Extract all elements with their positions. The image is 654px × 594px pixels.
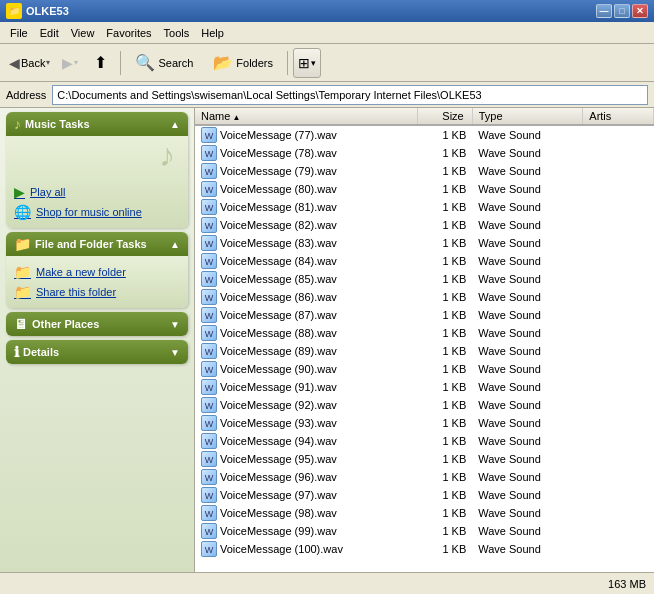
menu-help[interactable]: Help [195, 25, 230, 41]
close-button[interactable]: ✕ [632, 4, 648, 18]
table-row[interactable]: W VoiceMessage (100).wav 1 KBWave Sound [195, 540, 654, 558]
file-type-cell: Wave Sound [472, 468, 583, 486]
table-row[interactable]: W VoiceMessage (95).wav 1 KBWave Sound [195, 450, 654, 468]
wav-file-icon: W [201, 163, 217, 179]
menu-tools[interactable]: Tools [158, 25, 196, 41]
col-header-size[interactable]: Size [417, 108, 472, 125]
file-type-cell: Wave Sound [472, 162, 583, 180]
file-name-cell: W VoiceMessage (95).wav [195, 450, 417, 468]
main-area: ♪ Music Tasks ▲ ♪ ▶ Play all 🌐 Shop for … [0, 108, 654, 572]
other-places-chevron-icon: ▼ [170, 319, 180, 330]
window-title: OLKE53 [26, 5, 69, 17]
file-folder-tasks-section: 📁 File and Folder Tasks ▲ 📁 Make a new f… [6, 232, 188, 308]
other-places-header[interactable]: 🖥 Other Places ▼ [6, 312, 188, 336]
table-row[interactable]: W VoiceMessage (82).wav 1 KBWave Sound [195, 216, 654, 234]
wav-file-icon: W [201, 271, 217, 287]
file-name-cell: W VoiceMessage (81).wav [195, 198, 417, 216]
forward-arrow-icon: ▶ [62, 55, 73, 71]
wav-file-icon: W [201, 415, 217, 431]
play-all-label: Play all [30, 186, 65, 198]
table-row[interactable]: W VoiceMessage (83).wav 1 KBWave Sound [195, 234, 654, 252]
file-size-cell: 1 KB [417, 270, 472, 288]
file-name-cell: W VoiceMessage (92).wav [195, 396, 417, 414]
file-type-cell: Wave Sound [472, 324, 583, 342]
play-all-link[interactable]: ▶ Play all [14, 182, 180, 202]
music-tasks-header[interactable]: ♪ Music Tasks ▲ [6, 112, 188, 136]
minimize-button[interactable]: — [596, 4, 612, 18]
back-dropdown-icon[interactable]: ▾ [46, 58, 50, 67]
back-button[interactable]: ◀ Back ▾ [4, 48, 55, 78]
menu-view[interactable]: View [65, 25, 101, 41]
view-button[interactable]: ⊞ ▾ [293, 48, 321, 78]
shop-music-link[interactable]: 🌐 Shop for music online [14, 202, 180, 222]
file-list: Name Size Type Artis W VoiceMessage (77)… [195, 108, 654, 558]
file-name-cell: W VoiceMessage (100).wav [195, 540, 417, 558]
table-row[interactable]: W VoiceMessage (78).wav 1 KBWave Sound [195, 144, 654, 162]
col-header-type[interactable]: Type [472, 108, 583, 125]
wav-file-icon: W [201, 235, 217, 251]
toolbar-separator-1 [120, 51, 121, 75]
folders-icon: 📂 [213, 53, 233, 72]
file-artist-cell [583, 414, 654, 432]
forward-dropdown-icon[interactable]: ▾ [74, 58, 78, 67]
table-row[interactable]: W VoiceMessage (92).wav 1 KBWave Sound [195, 396, 654, 414]
file-artist-cell [583, 306, 654, 324]
table-row[interactable]: W VoiceMessage (86).wav 1 KBWave Sound [195, 288, 654, 306]
menu-file[interactable]: File [4, 25, 34, 41]
file-type-cell: Wave Sound [472, 180, 583, 198]
table-row[interactable]: W VoiceMessage (81).wav 1 KBWave Sound [195, 198, 654, 216]
file-type-cell: Wave Sound [472, 396, 583, 414]
up-button[interactable]: ⬆ [85, 48, 115, 78]
table-row[interactable]: W VoiceMessage (97).wav 1 KBWave Sound [195, 486, 654, 504]
new-folder-link[interactable]: 📁 Make a new folder [14, 262, 180, 282]
view-dropdown-icon[interactable]: ▾ [311, 58, 316, 68]
maximize-button[interactable]: □ [614, 4, 630, 18]
file-type-cell: Wave Sound [472, 450, 583, 468]
search-button[interactable]: 🔍 Search [126, 48, 202, 78]
table-row[interactable]: W VoiceMessage (88).wav 1 KBWave Sound [195, 324, 654, 342]
details-label: Details [23, 346, 59, 358]
table-row[interactable]: W VoiceMessage (80).wav 1 KBWave Sound [195, 180, 654, 198]
table-row[interactable]: W VoiceMessage (89).wav 1 KBWave Sound [195, 342, 654, 360]
table-row[interactable]: W VoiceMessage (91).wav 1 KBWave Sound [195, 378, 654, 396]
file-type-cell: Wave Sound [472, 342, 583, 360]
file-artist-cell [583, 234, 654, 252]
col-header-artist[interactable]: Artis [583, 108, 654, 125]
table-row[interactable]: W VoiceMessage (79).wav 1 KBWave Sound [195, 162, 654, 180]
table-row[interactable]: W VoiceMessage (96).wav 1 KBWave Sound [195, 468, 654, 486]
wav-file-icon: W [201, 253, 217, 269]
table-row[interactable]: W VoiceMessage (94).wav 1 KBWave Sound [195, 432, 654, 450]
file-type-cell: Wave Sound [472, 360, 583, 378]
table-row[interactable]: W VoiceMessage (85).wav 1 KBWave Sound [195, 270, 654, 288]
share-folder-link[interactable]: 📁 Share this folder [14, 282, 180, 302]
view-icon: ⊞ [298, 55, 310, 71]
file-type-cell: Wave Sound [472, 378, 583, 396]
other-places-label: Other Places [32, 318, 99, 330]
up-icon: ⬆ [94, 53, 107, 72]
file-name-cell: W VoiceMessage (79).wav [195, 162, 417, 180]
table-row[interactable]: W VoiceMessage (99).wav 1 KBWave Sound [195, 522, 654, 540]
table-row[interactable]: W VoiceMessage (90).wav 1 KBWave Sound [195, 360, 654, 378]
file-size-cell: 1 KB [417, 180, 472, 198]
table-row[interactable]: W VoiceMessage (93).wav 1 KBWave Sound [195, 414, 654, 432]
file-artist-cell [583, 540, 654, 558]
file-size-cell: 1 KB [417, 432, 472, 450]
table-row[interactable]: W VoiceMessage (98).wav 1 KBWave Sound [195, 504, 654, 522]
address-bar: Address [0, 82, 654, 108]
col-header-name[interactable]: Name [195, 108, 417, 125]
wav-file-icon: W [201, 325, 217, 341]
menu-edit[interactable]: Edit [34, 25, 65, 41]
folders-button[interactable]: 📂 Folders [204, 48, 282, 78]
menu-favorites[interactable]: Favorites [100, 25, 157, 41]
forward-button[interactable]: ▶ ▾ [57, 48, 83, 78]
details-header[interactable]: ℹ Details ▼ [6, 340, 188, 364]
toolbar-separator-2 [287, 51, 288, 75]
table-row[interactable]: W VoiceMessage (87).wav 1 KBWave Sound [195, 306, 654, 324]
sidebar: ♪ Music Tasks ▲ ♪ ▶ Play all 🌐 Shop for … [0, 108, 195, 572]
address-input[interactable] [52, 85, 648, 105]
file-list-container[interactable]: Name Size Type Artis W VoiceMessage (77)… [195, 108, 654, 572]
file-folder-tasks-header[interactable]: 📁 File and Folder Tasks ▲ [6, 232, 188, 256]
table-row[interactable]: W VoiceMessage (84).wav 1 KBWave Sound [195, 252, 654, 270]
file-size-cell: 1 KB [417, 450, 472, 468]
table-row[interactable]: W VoiceMessage (77).wav 1 KBWave Sound [195, 125, 654, 144]
